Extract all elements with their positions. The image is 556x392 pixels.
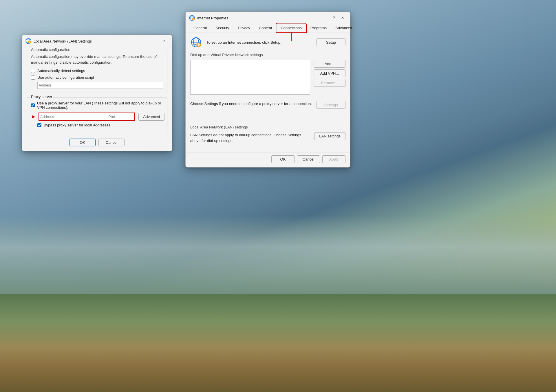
tab-privacy[interactable]: Privacy [233,23,255,32]
inet-dialog-footer: OK Cancel Apply [186,152,350,167]
auto-config-group: Automatic configuration Automatic config… [27,50,167,93]
proxy-address-label: Address: [40,115,55,119]
setup-row: To set up an Internet connection, click … [190,36,345,48]
dialup-section-line [265,55,346,55]
detect-settings-checkbox[interactable] [31,69,35,73]
lan-dialog-title: Local Area Network (LAN) Settings [34,39,160,43]
vpn-list-section [190,60,310,97]
lan-ok-button[interactable]: OK [70,139,96,146]
proxy-settings-button[interactable]: Settings [317,101,345,109]
auto-config-label: Automatic configuration [30,47,72,52]
dialup-section-label: Dial-up and Virtual Private Network sett… [190,53,263,57]
tab-connections-label: Connections [281,26,301,30]
lan-dialog-icon [25,38,31,44]
inet-ok-button[interactable]: OK [271,155,295,163]
proxy-port-label: Port: [108,115,116,119]
inet-tabs-container: General Security Privacy Content Connect… [186,23,350,32]
lan-section-header: Local Area Network (LAN) settings [190,125,345,129]
dialup-section-header: Dial-up and Virtual Private Network sett… [190,53,345,57]
add-vpn-button[interactable]: Add VPN... [314,69,345,77]
red-arrow-indicator: ► [31,114,36,120]
lan-section-row: LAN Settings do not apply to dial-up con… [190,132,345,143]
auto-config-description: Automatic configuration may override man… [31,54,163,65]
connections-tab-indicator [291,32,292,41]
tab-security[interactable]: Security [211,23,233,32]
lan-dialog-body: Automatic configuration Automatic config… [22,47,172,151]
auto-script-row: Use automatic configuration script [31,75,163,80]
inet-dialog-icon [189,15,195,21]
inet-dialog-body: To set up an Internet connection, click … [186,32,350,152]
lan-dialog-buttons: OK Cancel [27,139,167,146]
bypass-proxy-row: Bypass proxy server for local addresses [31,123,163,127]
inet-help-button[interactable]: ? [330,15,337,21]
lan-dialog-close-button[interactable]: × [160,38,169,44]
auto-script-label: Use automatic configuration script [37,75,94,80]
bypass-proxy-label: Bypass proxy server for local addresses [44,123,110,127]
tab-connections[interactable]: Connections [276,23,306,32]
proxy-info-row: Choose Settings if you need to configure… [190,101,345,109]
advanced-proxy-button[interactable]: Advanced [138,113,164,121]
lan-settings-dialog: Local Area Network (LAN) Settings × Auto… [22,35,172,151]
setup-globe-icon [190,36,202,48]
lan-section-line [250,127,345,127]
lan-cancel-button[interactable]: Cancel [98,139,125,146]
auto-script-address-input[interactable] [37,82,163,89]
use-proxy-label: Use a proxy server for your LAN (These s… [37,101,163,110]
proxy-address-input[interactable] [57,115,106,119]
lan-settings-button[interactable]: LAN settings [314,132,345,140]
proxy-address-row: ► Address: Port: Advanced [31,113,163,121]
proxy-server-label: Proxy server [30,95,53,99]
tab-general[interactable]: General [189,23,211,32]
setup-description-text: To set up an Internet connection, click … [206,40,312,45]
dialup-buttons-section: Add... Add VPN... Remove... [314,60,345,97]
detect-settings-row: Automatically detect settings [31,69,163,73]
inet-dialog-title: Internet Properties [197,16,330,20]
tab-content[interactable]: Content [255,23,277,32]
inet-apply-button[interactable]: Apply [322,155,345,163]
lan-dialog-titlebar: Local Area Network (LAN) Settings × [22,35,172,47]
remove-button[interactable]: Remove... [314,79,345,87]
dialup-content-row: Add... Add VPN... Remove... [190,60,345,97]
vpn-list-area[interactable] [190,60,310,95]
spacer [190,113,345,125]
internet-properties-dialog: Internet Properties ? × General Security… [185,12,350,168]
use-proxy-checkbox[interactable] [31,103,35,107]
proxy-server-group: Proxy server Use a proxy server for your… [27,97,167,134]
proxy-info-text: Choose Settings if you need to configure… [190,101,312,107]
detect-settings-label: Automatically detect settings [37,69,85,73]
lan-info-text: LAN Settings do not apply to dial-up con… [190,132,310,143]
use-proxy-row: Use a proxy server for your LAN (These s… [31,101,163,110]
setup-button[interactable]: Setup [317,38,345,46]
inet-cancel-button[interactable]: Cancel [297,155,320,163]
auto-script-address-row [31,82,163,89]
bypass-proxy-checkbox[interactable] [37,123,41,127]
inet-dialog-titlebar: Internet Properties ? × [186,12,350,23]
proxy-port-input[interactable] [119,115,133,119]
lan-section-label: Local Area Network (LAN) settings [190,125,248,129]
tab-advanced[interactable]: Advanced [331,23,356,32]
inet-close-button[interactable]: × [339,15,347,21]
auto-script-checkbox[interactable] [31,76,35,80]
add-button[interactable]: Add... [314,60,345,68]
proxy-address-port-box: Address: Port: [39,113,135,121]
tab-programs[interactable]: Programs [306,23,331,32]
